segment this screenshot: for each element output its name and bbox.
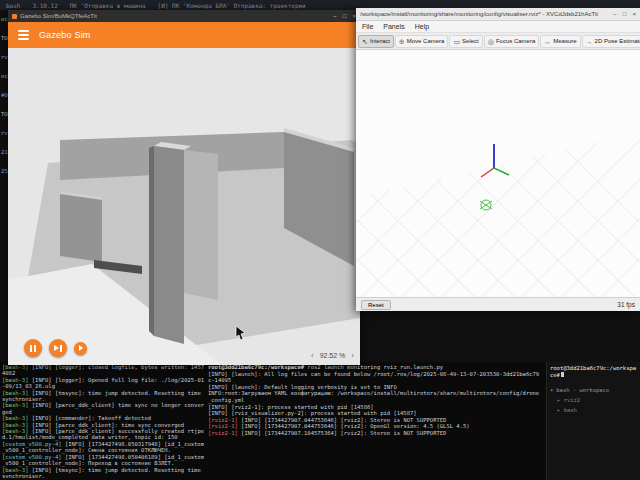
status-segment: 3.10.12 [32,2,57,9]
rtf-next-icon[interactable]: › [351,351,354,360]
x-axis [481,168,494,177]
maximize-icon[interactable]: □ [343,13,347,19]
move-camera-tool-button[interactable]: ⊕ Move Camera [395,35,449,48]
main-wall [154,146,184,344]
log-line: [bash-3] [INFO] [logger]: closed logfile… [2,364,204,377]
text-cursor [561,372,564,377]
terminal-pane-middle[interactable]: root@3dd21ba6c79c:/workspace# ros2 launc… [208,364,542,478]
focus-camera-tool-button[interactable]: ◎ Focus Camera [484,35,539,48]
tool-label: Focus Camera [496,38,535,44]
tool-label: Measure [553,38,576,44]
terminal-list-item[interactable]: ▸ bash [550,407,637,414]
log-line: [rviz2-1] [INFO] [1734427907.044753646] … [208,417,542,424]
tool-label: Select [462,38,479,44]
log-line: [INFO] [rviz_visualizer.py-2]: process s… [208,410,542,417]
terminal-pane-right[interactable]: root@3dd21ba6c79c:/workspace# ▾ bash - w… [546,362,640,480]
tool-label: 2D Pose Estimate [595,38,640,44]
pause-button[interactable] [24,339,42,357]
log-line: [custom_v500.py-4] [INFO] [1734427498.05… [2,441,204,454]
menu-help[interactable]: Help [415,23,429,30]
horizon-mask [356,50,640,198]
menu-file[interactable]: File [362,23,373,30]
log-line: [INFO] [rviz2-1]: process started with p… [208,404,542,411]
gazebo-window-title: Gazebo Sim/BuMkQTfeAcTit [20,13,333,19]
bullet-icon: ▸ [557,397,560,403]
terminal-list-item[interactable]: ▸ rviz2 [550,397,637,404]
rviz-window: /workspace/install/monitoring/share/moni… [356,8,640,311]
gazebo-3d-scene [8,48,360,365]
desktop: { "top_bar": { "segments": ["bash", "3.1… [0,0,640,480]
minimize-icon[interactable]: − [613,11,617,17]
rtf-value: 92.52 % [320,352,346,359]
close-icon[interactable]: × [632,11,636,17]
terminal-panel: [bash-3] [INFO] [logger]: closed logfile… [0,362,640,480]
focus-camera-icon: ◎ [488,38,494,45]
measure-ruler-icon: ↔ [544,38,551,45]
log-line: [rviz2-1] [INFO] [1734427907.104575364] … [208,430,542,437]
bullet-icon: ▸ [557,407,560,413]
terminal-pane-left[interactable]: [bash-3] [INFO] [logger]: closed logfile… [2,364,204,478]
interact-cursor-icon: ↖ [362,38,368,45]
maximize-icon[interactable]: □ [623,11,627,17]
reset-button[interactable]: Reset [361,300,391,310]
gazebo-app-icon [12,14,17,19]
left-low-wall [60,194,102,262]
playback-controls [24,339,87,357]
status-segment: [И] ПК 'Команда БЛА' Отправка: траектори… [158,2,306,9]
rviz-3d-viewport[interactable] [356,50,640,297]
status-segment: bash [6,2,20,9]
fps-counter: 31 fps [617,301,635,308]
rviz-titlebar[interactable]: /workspace/install/monitoring/share/moni… [356,8,640,21]
measure-tool-button[interactable]: ↔ Measure [540,35,580,48]
pose-arrow-icon: → [586,38,593,45]
gazebo-titlebar[interactable]: Gazebo Sim/BuMkQTfeAcTit − □ × [8,10,360,22]
menu-icon[interactable] [18,30,29,40]
play-icon [79,345,83,351]
log-line: [INFO] [launch]: All log files can be fo… [208,371,542,384]
inner-wall [184,150,218,300]
terminal-list-title: bash - workspace [556,387,609,394]
log-line: [custom_v500.py-4] [INFO] [1734427498.05… [2,454,204,467]
select-tool-button[interactable]: ▭ Select [449,35,482,48]
shell-prompt: root@3dd21ba6c79c:/workspace# [550,365,637,379]
select-box-icon: ▭ [453,38,460,45]
log-line: [rviz2-1] [INFO] [1734427907.044753646] … [208,423,542,430]
move-camera-icon: ⊕ [399,38,405,45]
log-line: [bash-3] [INFO] [parce_ddk_client] time … [2,402,204,415]
chevron-down-icon: ▾ [550,387,553,394]
log-line: [bash-3] [INFO] [tmsync]: time jump dete… [2,467,204,479]
pause-icon [30,345,36,352]
gazebo-appbar: Gazebo Sim [8,22,360,48]
pose-estimate-tool-button[interactable]: → 2D Pose Estimate [582,35,640,48]
log-line: INFO:root:Загружаем YAML конфигурацию: /… [208,390,542,403]
rviz-window-title: /workspace/install/monitoring/share/moni… [360,11,613,17]
y-axis [494,168,509,175]
real-time-factor: ‹ 92.52 % › [311,351,354,360]
gazebo-window: Gazebo Sim/BuMkQTfeAcTit − □ × Gazebo Si… [8,10,360,365]
menu-panels[interactable]: Panels [383,23,404,30]
rviz-statusbar: Reset 31 fps [356,297,640,311]
rviz-menubar: File Panels Help [356,21,640,33]
terminal-list-header[interactable]: ▾ bash - workspace [550,387,637,394]
play-button[interactable] [74,342,87,355]
log-line: [bash-3] [INFO] [logger]: Opened full lo… [2,377,204,390]
minimize-icon[interactable]: − [333,13,337,19]
log-line: [INFO] [launch]: Default logging verbosi… [208,384,542,391]
drone-marker [480,200,492,210]
tool-label: Interact [370,38,390,44]
interact-tool-button[interactable]: ↖ Interact [358,35,394,48]
rviz-3d-scene [356,50,640,297]
status-segment: ПК 'Отправка в машина [70,2,146,9]
step-forward-icon [54,345,62,352]
main-wall-side-edge [149,146,154,336]
rviz-toolbar: ↖ Interact ⊕ Move Camera ▭ Select ◎ Focu… [356,33,640,50]
rtf-prev-icon[interactable]: ‹ [311,351,314,360]
gazebo-3d-viewport[interactable]: ‹ 92.52 % › [8,48,360,365]
log-line: [bash-3] [INFO] [tmsync]: time jump dete… [2,390,204,403]
log-line: [bash-3] [INFO] [parce_ddk_client] succe… [2,428,204,441]
step-button[interactable] [49,339,67,357]
gazebo-app-title: Gazebo Sim [39,30,91,40]
tool-label: Move Camera [407,38,445,44]
